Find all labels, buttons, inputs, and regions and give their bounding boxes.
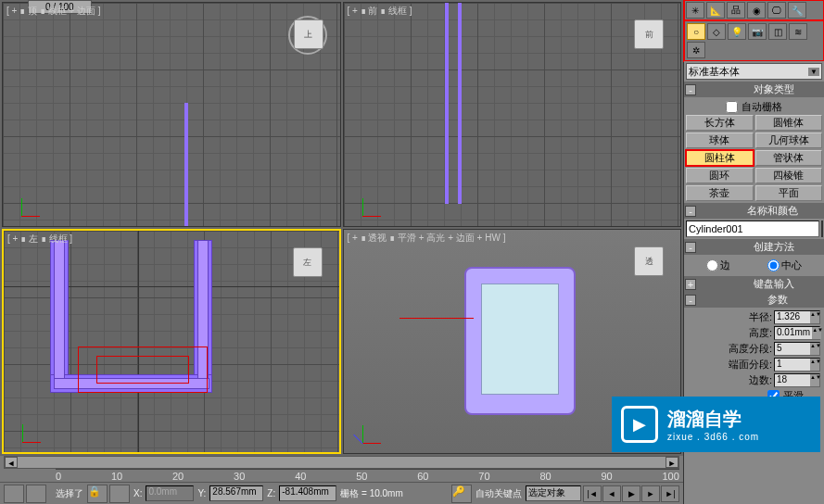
watermark-title: 溜溜自学 [667,407,759,432]
pyramid-button[interactable]: 四棱锥 [755,168,823,183]
auto-key-button[interactable]: 自动关键点 [474,487,524,500]
autogrid-checkbox[interactable] [726,101,738,113]
y-coord-input[interactable]: 28.567mm [209,485,263,501]
prev-frame-button[interactable]: ◄ [602,485,621,502]
viewport-label[interactable]: [ + ∎ 左 ∎ 线框 ] [7,233,72,246]
goto-start-button[interactable]: |◄ [583,485,602,502]
cylinder-button[interactable]: 圆柱体 [686,150,754,166]
transform-axis-x [399,318,474,319]
systems-category-icon[interactable]: ✲ [687,42,705,58]
geosphere-button[interactable]: 几何球体 [755,132,823,148]
z-coord-input[interactable]: -81.408mm [279,485,336,501]
object-name-input[interactable] [686,220,819,237]
tube-button[interactable]: 管状体 [755,150,823,166]
play-logo-icon [621,406,658,443]
object-color-swatch[interactable] [821,220,823,237]
lights-category-icon[interactable]: 💡 [728,23,746,40]
perspective-geometry [464,267,576,415]
height-spinner[interactable]: 0.01mm▲▼ [774,326,820,340]
axis-gizmo [362,416,390,444]
primitive-button-grid: 长方体 圆锥体 球体 几何球体 圆柱体 管状体 圆环 四棱锥 茶壶 平面 [686,115,822,201]
torus-button[interactable]: 圆环 [686,168,754,183]
timeline-scrollbar[interactable]: ◄ 0 / 100 ► [4,456,679,469]
cap-segs-spinner[interactable]: 1▲▼ [774,358,820,372]
goto-end-button[interactable]: ►| [661,485,679,502]
viewport-front[interactable]: [ + ∎ 前 ∎ 线框 ] 前 [343,2,682,227]
spacewarps-category-icon[interactable]: ≋ [789,23,807,40]
view-cube[interactable]: 透 [634,246,664,276]
curve-editor-button[interactable] [26,485,46,503]
watermark-overlay: 溜溜自学 zixue . 3d66 . com [612,397,820,452]
axis-gizmo [362,189,390,217]
hierarchy-tab-icon[interactable]: 品 [727,2,745,19]
play-button[interactable]: ▶ [622,485,640,502]
utilities-tab-icon[interactable]: 🔧 [788,2,806,19]
viewport-label[interactable]: [ + ∎ 顶 ∎ 线框 + 边面 ] [6,5,100,18]
sides-spinner[interactable]: 18▲▼ [774,373,820,387]
height-segs-spinner[interactable]: 5▲▼ [774,342,820,356]
view-cube[interactable]: 上 [294,19,323,49]
motion-tab-icon[interactable]: ◉ [747,2,766,19]
view-cube[interactable]: 左 [293,247,323,277]
plane-button[interactable]: 平面 [755,185,823,201]
main-area: [ + ∎ 顶 ∎ 线框 + 边面 ] 上 [ + ∎ 前 ∎ 线框 ] 前 [… [0,0,683,504]
transport-controls: |◄ ◄ ▶ ► ►| [583,485,679,502]
status-bar: 选择了 🔒 X: 0.0mm Y: 28.567mm Z: -81.408mm … [0,482,683,504]
command-panel-tabs: ✳ 📐 品 ◉ 🖵 🔧 [684,0,824,20]
viewport-top[interactable]: [ + ∎ 顶 ∎ 线框 + 边面 ] 上 [2,2,341,227]
params-rollout-header[interactable]: -参数 [684,292,824,308]
grid-size-label: 栅格 = 10.0mm [338,487,405,500]
maxscript-button[interactable] [4,485,24,503]
radius-spinner[interactable]: 1.326▲▼ [774,310,820,324]
create-method-rollout-header[interactable]: -创建方法 [684,239,824,255]
object-type-rollout-header[interactable]: -对象类型 [684,82,824,97]
viewport-left[interactable]: [ + ∎ 左 ∎ 线框 ] 左 [2,229,341,454]
edge-radio[interactable] [706,259,718,271]
create-tab-icon[interactable]: ✳ [686,2,704,19]
teapot-button[interactable]: 茶壶 [686,185,754,201]
viewport-grid: [ + ∎ 顶 ∎ 线框 + 边面 ] 上 [ + ∎ 前 ∎ 线框 ] 前 [… [0,0,683,456]
scroll-right[interactable]: ► [666,457,678,468]
cone-button[interactable]: 圆锥体 [755,115,823,131]
viewport-label[interactable]: [ + ∎ 前 ∎ 线框 ] [348,5,412,18]
name-color-rollout-header[interactable]: -名称和颜色 [684,203,824,219]
watermark-url: zixue . 3d66 . com [667,432,759,442]
snap-toggle[interactable] [109,485,130,503]
scroll-left[interactable]: ◄ [5,457,18,468]
modify-tab-icon[interactable]: 📐 [706,2,725,19]
center-radio[interactable] [767,259,780,271]
view-cube[interactable]: 前 [634,19,664,49]
shapes-category-icon[interactable]: ◇ [707,23,726,40]
geometry-category-icon[interactable]: ○ [687,23,705,40]
keyboard-rollout-header[interactable]: +键盘输入 [684,276,824,292]
cameras-category-icon[interactable]: 📷 [748,23,767,40]
next-frame-button[interactable]: ► [641,485,660,502]
helpers-category-icon[interactable]: ◫ [768,23,787,40]
sphere-button[interactable]: 球体 [686,132,754,148]
viewport-label[interactable]: [ + ∎ 透视 ∎ 平滑 + 高光 + 边面 + HW ] [348,232,506,245]
box-button[interactable]: 长方体 [686,115,754,131]
axis-gizmo [22,415,50,443]
axis-gizmo [21,189,49,217]
key-filter-dropdown[interactable]: 选定对象 [526,485,581,501]
geometry-type-dropdown[interactable]: 标准基本体 [686,63,822,80]
selection-status: 选择了 [54,487,85,500]
lock-selection-button[interactable]: 🔒 [87,485,108,503]
create-category-row: ○ ◇ 💡 📷 ◫ ≋ ✲ [684,20,824,61]
display-tab-icon[interactable]: 🖵 [767,2,786,19]
x-coord-input[interactable]: 0.0mm [146,485,194,501]
time-ruler[interactable]: 0102030405060708090100 [56,469,679,482]
key-button[interactable]: 🔑 [451,485,472,503]
